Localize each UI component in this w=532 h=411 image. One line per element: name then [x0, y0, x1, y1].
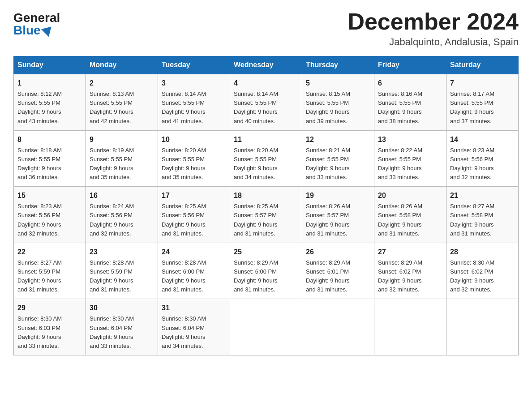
logo-triangle-icon — [41, 23, 55, 37]
day-number: 29 — [17, 303, 82, 313]
day-number: 16 — [90, 190, 154, 201]
calendar-header-row: SundayMondayTuesdayWednesdayThursdayFrid… — [14, 56, 519, 74]
day-info: Sunrise: 8:12 AMSunset: 5:55 PMDaylight:… — [17, 90, 62, 124]
calendar-cell: 29 Sunrise: 8:30 AMSunset: 6:03 PMDaylig… — [14, 299, 86, 355]
title-area: December 2024 Jabalquinto, Andalusia, Sp… — [348, 9, 519, 48]
day-number: 10 — [162, 134, 226, 145]
day-number: 5 — [306, 78, 370, 89]
calendar-week-row: 22 Sunrise: 8:27 AMSunset: 5:59 PMDaylig… — [14, 243, 519, 299]
header-wednesday: Wednesday — [230, 56, 302, 74]
day-number: 24 — [162, 247, 226, 257]
day-number: 26 — [306, 247, 370, 257]
calendar-cell: 22 Sunrise: 8:27 AMSunset: 5:59 PMDaylig… — [14, 243, 86, 299]
day-number: 31 — [162, 303, 226, 313]
calendar-cell: 27 Sunrise: 8:29 AMSunset: 6:02 PMDaylig… — [374, 243, 446, 299]
day-info: Sunrise: 8:30 AMSunset: 6:02 PMDaylight:… — [450, 259, 494, 293]
day-info: Sunrise: 8:30 AMSunset: 6:04 PMDaylight:… — [162, 315, 206, 349]
day-number: 9 — [90, 134, 154, 145]
day-info: Sunrise: 8:27 AMSunset: 5:59 PMDaylight:… — [17, 259, 62, 293]
day-info: Sunrise: 8:14 AMSunset: 5:55 PMDaylight:… — [234, 90, 278, 124]
logo-general-text: General — [13, 12, 60, 24]
day-number: 21 — [450, 190, 515, 201]
day-info: Sunrise: 8:29 AMSunset: 6:00 PMDaylight:… — [234, 259, 278, 293]
day-info: Sunrise: 8:23 AMSunset: 5:56 PMDaylight:… — [450, 147, 494, 180]
day-number: 1 — [17, 78, 82, 89]
calendar-cell: 24 Sunrise: 8:28 AMSunset: 6:00 PMDaylig… — [158, 243, 230, 299]
calendar-cell: 6 Sunrise: 8:16 AMSunset: 5:55 PMDayligh… — [374, 74, 446, 130]
day-number: 13 — [378, 134, 442, 145]
calendar-cell — [302, 299, 374, 355]
day-number: 22 — [17, 247, 82, 257]
day-info: Sunrise: 8:17 AMSunset: 5:55 PMDaylight:… — [450, 90, 494, 124]
calendar-cell: 23 Sunrise: 8:28 AMSunset: 5:59 PMDaylig… — [86, 243, 158, 299]
day-number: 19 — [306, 190, 370, 201]
day-info: Sunrise: 8:21 AMSunset: 5:55 PMDaylight:… — [306, 147, 350, 180]
day-info: Sunrise: 8:29 AMSunset: 6:02 PMDaylight:… — [378, 259, 422, 293]
header-thursday: Thursday — [302, 56, 374, 74]
day-info: Sunrise: 8:22 AMSunset: 5:55 PMDaylight:… — [378, 147, 422, 180]
day-info: Sunrise: 8:20 AMSunset: 5:55 PMDaylight:… — [234, 147, 278, 180]
calendar-cell: 19 Sunrise: 8:26 AMSunset: 5:57 PMDaylig… — [302, 187, 374, 243]
day-info: Sunrise: 8:13 AMSunset: 5:55 PMDaylight:… — [90, 90, 134, 124]
calendar-week-row: 29 Sunrise: 8:30 AMSunset: 6:03 PMDaylig… — [14, 299, 519, 355]
calendar-cell: 17 Sunrise: 8:25 AMSunset: 5:56 PMDaylig… — [158, 187, 230, 243]
header-saturday: Saturday — [446, 56, 519, 74]
day-number: 25 — [234, 247, 298, 257]
calendar-cell — [446, 299, 519, 355]
day-info: Sunrise: 8:25 AMSunset: 5:56 PMDaylight:… — [162, 203, 206, 236]
day-number: 23 — [90, 247, 154, 257]
calendar-cell: 10 Sunrise: 8:20 AMSunset: 5:55 PMDaylig… — [158, 130, 230, 187]
calendar-cell: 11 Sunrise: 8:20 AMSunset: 5:55 PMDaylig… — [230, 130, 302, 187]
day-info: Sunrise: 8:14 AMSunset: 5:55 PMDaylight:… — [162, 90, 206, 124]
day-number: 14 — [450, 134, 515, 145]
day-info: Sunrise: 8:23 AMSunset: 5:56 PMDaylight:… — [17, 203, 62, 236]
day-info: Sunrise: 8:15 AMSunset: 5:55 PMDaylight:… — [306, 90, 350, 124]
header-tuesday: Tuesday — [158, 56, 230, 74]
calendar-week-row: 1 Sunrise: 8:12 AMSunset: 5:55 PMDayligh… — [14, 74, 519, 130]
day-info: Sunrise: 8:20 AMSunset: 5:55 PMDaylight:… — [162, 147, 206, 180]
day-number: 12 — [306, 134, 370, 145]
calendar-cell: 28 Sunrise: 8:30 AMSunset: 6:02 PMDaylig… — [446, 243, 519, 299]
day-number: 20 — [378, 190, 442, 201]
logo: General Blue — [13, 9, 60, 37]
calendar-cell: 25 Sunrise: 8:29 AMSunset: 6:00 PMDaylig… — [230, 243, 302, 299]
day-info: Sunrise: 8:16 AMSunset: 5:55 PMDaylight:… — [378, 90, 422, 124]
calendar-cell: 14 Sunrise: 8:23 AMSunset: 5:56 PMDaylig… — [446, 130, 519, 187]
calendar-week-row: 8 Sunrise: 8:18 AMSunset: 5:55 PMDayligh… — [14, 130, 519, 187]
calendar-week-row: 15 Sunrise: 8:23 AMSunset: 5:56 PMDaylig… — [14, 187, 519, 243]
day-number: 17 — [162, 190, 226, 201]
location-title: Jabalquinto, Andalusia, Spain — [348, 36, 519, 48]
day-info: Sunrise: 8:26 AMSunset: 5:58 PMDaylight:… — [378, 203, 422, 236]
day-number: 11 — [234, 134, 298, 145]
calendar-cell: 26 Sunrise: 8:29 AMSunset: 6:01 PMDaylig… — [302, 243, 374, 299]
calendar-cell: 15 Sunrise: 8:23 AMSunset: 5:56 PMDaylig… — [14, 187, 86, 243]
header-monday: Monday — [86, 56, 158, 74]
day-number: 4 — [234, 78, 298, 89]
page-header: General Blue December 2024 Jabalquinto, … — [13, 9, 519, 48]
calendar-cell: 13 Sunrise: 8:22 AMSunset: 5:55 PMDaylig… — [374, 130, 446, 187]
day-number: 28 — [450, 247, 515, 257]
logo-blue-text: Blue — [13, 24, 53, 37]
day-info: Sunrise: 8:19 AMSunset: 5:55 PMDaylight:… — [90, 147, 134, 180]
calendar-cell: 18 Sunrise: 8:25 AMSunset: 5:57 PMDaylig… — [230, 187, 302, 243]
day-info: Sunrise: 8:25 AMSunset: 5:57 PMDaylight:… — [234, 203, 278, 236]
header-friday: Friday — [374, 56, 446, 74]
calendar-cell — [230, 299, 302, 355]
calendar-table: SundayMondayTuesdayWednesdayThursdayFrid… — [13, 56, 519, 355]
day-number: 8 — [17, 134, 82, 145]
calendar-cell: 3 Sunrise: 8:14 AMSunset: 5:55 PMDayligh… — [158, 74, 230, 130]
calendar-cell: 21 Sunrise: 8:27 AMSunset: 5:58 PMDaylig… — [446, 187, 519, 243]
calendar-cell: 4 Sunrise: 8:14 AMSunset: 5:55 PMDayligh… — [230, 74, 302, 130]
calendar-cell: 1 Sunrise: 8:12 AMSunset: 5:55 PMDayligh… — [14, 74, 86, 130]
day-info: Sunrise: 8:18 AMSunset: 5:55 PMDaylight:… — [17, 147, 62, 180]
calendar-cell: 20 Sunrise: 8:26 AMSunset: 5:58 PMDaylig… — [374, 187, 446, 243]
day-info: Sunrise: 8:30 AMSunset: 6:04 PMDaylight:… — [90, 315, 134, 349]
calendar-cell: 8 Sunrise: 8:18 AMSunset: 5:55 PMDayligh… — [14, 130, 86, 187]
calendar-cell: 31 Sunrise: 8:30 AMSunset: 6:04 PMDaylig… — [158, 299, 230, 355]
calendar-cell — [374, 299, 446, 355]
day-number: 27 — [378, 247, 442, 257]
day-info: Sunrise: 8:26 AMSunset: 5:57 PMDaylight:… — [306, 203, 350, 236]
day-number: 7 — [450, 78, 515, 89]
day-info: Sunrise: 8:24 AMSunset: 5:56 PMDaylight:… — [90, 203, 134, 236]
day-info: Sunrise: 8:28 AMSunset: 5:59 PMDaylight:… — [90, 259, 134, 293]
